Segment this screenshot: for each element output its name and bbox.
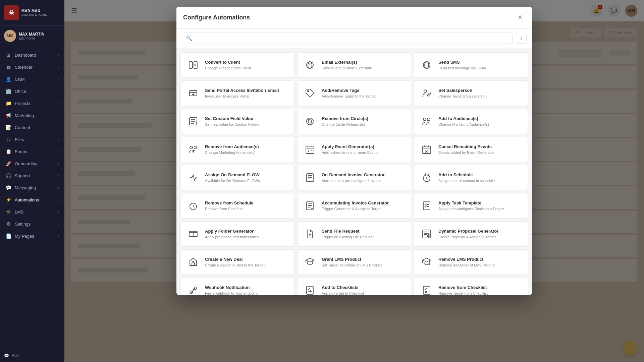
automation-text-set-custom-field: Set Custom Field Value Set new value for… [205, 116, 289, 127]
modal-close-button[interactable]: ✕ [515, 12, 525, 23]
back-button[interactable]: ‹ [516, 33, 527, 44]
sidebar-item-dashboard[interactable]: ⊞ Dashboard › [0, 49, 64, 61]
sidebar-nav: ⊞ Dashboard › ▦ Calendar › 👤 CRM › 🏢 Off… [0, 46, 64, 349]
automation-item-add-to-audiences[interactable]: Add to Audience(s) Change Marketing Audi… [414, 109, 528, 134]
chevron-icon: › [58, 126, 59, 129]
automation-item-send-portal-invitation[interactable]: Send Portal Access Invitation Email Invi… [180, 80, 294, 106]
automation-item-add-to-checklists[interactable]: Add to Checklists Assign Target to Check… [297, 278, 411, 295]
automation-text-add-to-audiences: Add to Audience(s) Change Marketing Audi… [438, 116, 522, 127]
sidebar-item-automations[interactable]: ⚡ Automations › [0, 194, 64, 206]
automation-desc-remove-from-circle: Change Circle Affiliation(s) [322, 122, 406, 127]
automation-icon-apply-task-template [420, 199, 434, 213]
automation-desc-add-to-schedule: Assign user or contact to schedule [438, 178, 522, 183]
automation-item-email-externals[interactable]: Email External(s) Send to one or more Ex… [297, 52, 411, 78]
sidebar-item-projects[interactable]: 📁 Projects › [0, 97, 64, 109]
automation-item-remove-from-schedule[interactable]: Remove from Schedule Remove from Schedul… [180, 193, 294, 219]
svg-rect-29 [423, 286, 430, 294]
sidebar-item-calendar[interactable]: ▦ Calendar › [0, 61, 64, 73]
sidebar-item-support[interactable]: 🎧 Support › [0, 170, 64, 182]
sidebar-item-content[interactable]: 📝 Content › [0, 121, 64, 133]
automation-text-add-to-schedule: Add to Schedule Assign user or contact t… [438, 172, 522, 183]
automation-desc-add-remove-tags: Add/Remove Tag(s) to the Target [322, 94, 406, 99]
automation-item-apply-folder-generator[interactable]: Apply Folder Generator Apply pre-configu… [180, 221, 294, 247]
svg-point-10 [423, 118, 426, 121]
sidebar-item-settings[interactable]: ⚙ Settings › [0, 218, 64, 230]
automation-desc-webhook-notification: Fire a webhook to your endpoint [205, 291, 289, 295]
automation-desc-grant-lms-product: Set Target as Owner of LMS Product [322, 263, 406, 267]
automation-item-dynamic-proposal[interactable]: Dynamic Proposal Generator Create Propos… [414, 221, 528, 247]
automation-item-send-file-request[interactable]: Send File Request Trigger an existing Fi… [297, 221, 411, 247]
automation-desc-accumulating-invoice: Trigger Generator & Assign to Target [322, 206, 406, 211]
automation-item-convert-to-client[interactable]: Convert to Client Change Prospect into C… [180, 52, 294, 78]
automation-text-on-demand-invoice: On-Demand Invoice Generator Auto-create … [322, 172, 406, 183]
automation-item-accumulating-invoice[interactable]: Accumulating Invoice Generator Trigger G… [297, 193, 411, 219]
automation-text-remove-lms-product: Remove LMS Product Remove as Owner of LM… [438, 257, 522, 267]
svg-point-12 [190, 146, 193, 149]
automation-icon-add-to-checklists [303, 283, 317, 295]
automation-item-remove-lms-product[interactable]: Remove LMS Product Remove as Owner of LM… [414, 249, 528, 275]
svg-rect-28 [307, 286, 313, 294]
sidebar-item-marketing[interactable]: 📢 Marketing › [0, 109, 64, 121]
sidebar-item-label: Automations [15, 197, 39, 202]
automation-icon-set-custom-field [186, 114, 200, 128]
sidebar-item-office[interactable]: 🏢 Office › [0, 85, 64, 97]
ask-button[interactable]: 💬 Ask! [4, 353, 60, 358]
content-icon: 📝 [5, 125, 11, 130]
user-name: MAX MARTIN [19, 32, 60, 37]
automation-text-apply-task-template: Apply Task Template Assign pre-configure… [438, 200, 522, 211]
sidebar-item-lms[interactable]: 🎓 LMS › [0, 206, 64, 218]
automation-item-remove-from-circle[interactable]: Remove from Circle(s) Change Circle Affi… [297, 109, 411, 134]
automation-icon-send-portal-invitation [186, 86, 200, 100]
user-info: MAX MARTIN Edit Profile [19, 32, 60, 40]
sidebar-item-label: CRM [15, 77, 25, 82]
automation-item-apply-event-generator[interactable]: Apply Event Generator(s) Auto-schedule o… [297, 137, 411, 162]
automation-item-add-to-schedule[interactable]: Add to Schedule Assign user or contact t… [414, 165, 528, 190]
automation-item-webhook-notification[interactable]: Webhook Notification Fire a webhook to y… [180, 278, 294, 295]
automation-item-grant-lms-product[interactable]: Grant LMS Product Set Target as Owner of… [297, 249, 411, 275]
sidebar-item-forms[interactable]: 📋 Forms › [0, 145, 64, 158]
automation-title-grant-lms-product: Grant LMS Product [322, 257, 406, 262]
automation-item-on-demand-invoice[interactable]: On-Demand Invoice Generator Auto-create … [297, 165, 411, 190]
automation-item-remove-from-audiences[interactable]: Remove from Audience(s) Change Marketing… [180, 137, 294, 162]
automations-grid: Convert to Client Change Prospect into C… [176, 48, 532, 295]
automation-item-apply-task-template[interactable]: Apply Task Template Assign pre-configure… [414, 193, 528, 219]
sidebar-item-crm[interactable]: 👤 CRM › [0, 73, 64, 85]
sidebar-item-onboarding[interactable]: 🚀 Onboarding › [0, 158, 64, 170]
automation-text-dynamic-proposal: Dynamic Proposal Generator Create Propos… [438, 229, 522, 239]
chevron-icon: › [58, 198, 59, 202]
svg-point-13 [194, 146, 197, 149]
sidebar-item-mypages[interactable]: 📄 My Pages › [0, 230, 64, 242]
sidebar-item-label: Forms [15, 149, 27, 154]
automation-desc-on-demand-invoice: Auto-create a pre-configured Invoice [322, 178, 406, 183]
automation-item-send-sms[interactable]: Send SMS Send text message via Twilio [414, 52, 528, 78]
automation-icon-send-sms [420, 58, 434, 72]
automation-title-set-custom-field: Set Custom Field Value [205, 116, 289, 121]
automation-item-cancel-remaining-events[interactable]: Cancel Remaining Events Events added by … [414, 137, 528, 162]
automation-item-set-salesperson[interactable]: Set Salesperson Change Target's Salesper… [414, 80, 528, 106]
automation-icon-remove-from-checklist [420, 283, 434, 295]
automation-icon-set-salesperson [420, 86, 434, 100]
automation-title-create-new-deal: Create a New Deal [205, 257, 289, 262]
files-icon: 🗂 [5, 137, 11, 142]
automation-icon-create-new-deal [186, 255, 200, 269]
edit-profile-link[interactable]: Edit Profile [19, 37, 60, 40]
calendar-icon: ▦ [5, 64, 11, 70]
sidebar-item-files[interactable]: 🗂 Files › [0, 133, 64, 145]
automation-item-set-custom-field[interactable]: Set Custom Field Value Set new value for… [180, 109, 294, 134]
search-input[interactable] [195, 36, 508, 41]
automation-title-webhook-notification: Webhook Notification [205, 285, 289, 290]
svg-rect-0 [189, 62, 193, 68]
automation-text-webhook-notification: Webhook Notification Fire a webhook to y… [205, 285, 289, 295]
automation-title-add-to-checklists: Add to Checklists [322, 285, 406, 290]
automation-item-create-new-deal[interactable]: Create a New Deal Create & Assign a Deal… [180, 249, 294, 275]
automation-item-add-remove-tags[interactable]: Add/Remove Tags Add/Remove Tag(s) to the… [297, 80, 411, 106]
configure-automations-modal: Configure Automations ✕ 🔍 ‹ Convert to C… [176, 7, 532, 295]
automation-item-assign-on-demand-flow[interactable]: Assign On-Demand FLOW Available for On-D… [180, 165, 294, 190]
user-profile-area[interactable]: MM MAX MARTIN Edit Profile [0, 26, 64, 46]
logo-icon: ☠ [4, 5, 19, 20]
automation-desc-convert-to-client: Change Prospect into Client [205, 66, 289, 70]
projects-icon: 📁 [5, 101, 11, 106]
automation-item-remove-from-checklist[interactable]: Remove from Checklist Remove Target from… [414, 278, 528, 295]
automation-desc-apply-event-generator: Auto-schedule one or more Events [322, 150, 406, 155]
sidebar-item-messaging[interactable]: 💬 Messaging › [0, 182, 64, 194]
